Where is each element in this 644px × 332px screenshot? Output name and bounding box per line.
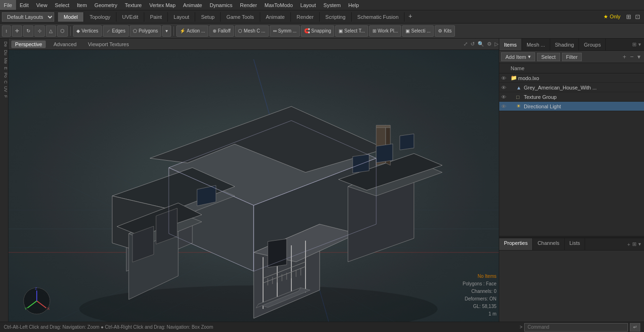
tool-select-t[interactable]: ▣ Select T... bbox=[335, 25, 368, 37]
sep-2 bbox=[173, 26, 174, 36]
viewport-tab-perspective[interactable]: Perspective bbox=[11, 40, 46, 48]
tab-setup[interactable]: Setup bbox=[195, 12, 221, 22]
menu-edit[interactable]: Edit bbox=[16, 0, 33, 10]
tool-transform[interactable]: ↕ bbox=[2, 25, 11, 37]
lower-panel-plus[interactable]: + bbox=[627, 242, 630, 247]
tool-kits[interactable]: ⚙ Kits bbox=[435, 25, 455, 37]
left-tool-de[interactable]: De bbox=[0, 40, 8, 48]
vis-icon-modo[interactable]: 👁 bbox=[501, 75, 509, 81]
tab-schematic-fusion[interactable]: Schematic Fusion bbox=[352, 12, 405, 22]
vis-icon-texture[interactable]: 👁 bbox=[501, 94, 509, 100]
tool-scale[interactable]: ⊹ bbox=[34, 25, 45, 37]
items-icon-minus[interactable]: − bbox=[628, 52, 635, 61]
menu-select[interactable]: Select bbox=[51, 0, 73, 10]
tab-uvedit[interactable]: UVEdit bbox=[116, 12, 144, 22]
left-tool-c[interactable]: C bbox=[0, 80, 8, 85]
left-tool-dup[interactable]: Du bbox=[0, 49, 8, 57]
tool-symm[interactable]: ⇔ Symm ... bbox=[270, 25, 300, 37]
panel-expand-icon[interactable]: ⊞ bbox=[632, 41, 636, 48]
viewport-icon-arrows[interactable]: ⤢ bbox=[463, 41, 468, 47]
list-item-directional-light[interactable]: 👁 ☀ Directional Light bbox=[499, 102, 644, 111]
lower-panel-menu[interactable]: ▾ bbox=[638, 241, 641, 247]
tab-render[interactable]: Render bbox=[291, 12, 320, 22]
viewport-icon-expand[interactable]: ▷ bbox=[495, 41, 498, 47]
tool-snapping[interactable]: 🧲 Snapping bbox=[301, 25, 334, 37]
mode-polygons[interactable]: ⬠ Polygons bbox=[130, 25, 161, 37]
lower-panel-expand[interactable]: ⊞ bbox=[632, 241, 636, 247]
tab-gametools[interactable]: Game Tools bbox=[221, 12, 260, 22]
star-only-button[interactable]: ★ Only bbox=[600, 14, 624, 20]
command-input[interactable] bbox=[524, 323, 628, 332]
viewport-icon-refresh[interactable]: ↺ bbox=[471, 41, 475, 47]
menu-view[interactable]: View bbox=[33, 0, 51, 10]
lower-tab-properties[interactable]: Properties bbox=[499, 238, 533, 250]
layout-icon-1[interactable]: ⊞ bbox=[624, 13, 633, 20]
panel-menu-icon[interactable]: ▾ bbox=[638, 41, 641, 48]
svg-text:Y: Y bbox=[25, 307, 27, 311]
left-tool-uv[interactable]: UV bbox=[0, 85, 8, 93]
items-select-button[interactable]: Select bbox=[537, 53, 560, 61]
menu-render[interactable]: Render bbox=[236, 0, 261, 10]
tool-move[interactable]: ✛ bbox=[12, 25, 22, 37]
left-tool-e[interactable]: E bbox=[0, 66, 8, 71]
panel-tab-mesh[interactable]: Mesh ... bbox=[522, 39, 550, 50]
tool-mesh-c[interactable]: ⬡ Mesh C ... bbox=[235, 25, 269, 37]
items-icon-menu[interactable]: ▾ bbox=[636, 52, 642, 61]
add-item-button[interactable]: Add Item ▾ bbox=[501, 52, 535, 61]
tool-selecti[interactable]: ▣ Selecti ... bbox=[402, 25, 434, 37]
tab-animate[interactable]: Animate bbox=[260, 12, 291, 22]
menu-vertexmap[interactable]: Vertex Map bbox=[146, 0, 180, 10]
menu-file[interactable]: File bbox=[0, 0, 16, 10]
menu-dynamics[interactable]: Dynamics bbox=[206, 0, 236, 10]
item-label-house: Grey_American_House_With ... bbox=[524, 85, 642, 90]
tool-snap[interactable]: ⬡ bbox=[57, 25, 68, 37]
lower-tab-lists[interactable]: Lists bbox=[565, 238, 586, 250]
panel-tab-shading[interactable]: Shading bbox=[550, 39, 579, 50]
lower-tab-channels[interactable]: Channels bbox=[533, 238, 564, 250]
menu-item[interactable]: Item bbox=[73, 0, 91, 10]
tool-work-pl[interactable]: ⊞ Work Pl... bbox=[369, 25, 401, 37]
tab-scripting[interactable]: Scripting bbox=[320, 12, 352, 22]
left-tool-f[interactable]: F bbox=[0, 94, 8, 99]
menu-animate[interactable]: Animate bbox=[179, 0, 206, 10]
layout-dropdown[interactable]: Default Layouts bbox=[2, 12, 54, 22]
tab-paint[interactable]: Paint bbox=[144, 12, 168, 22]
command-go-button[interactable]: ↵ bbox=[630, 323, 640, 332]
viewport-canvas[interactable]: No Items Polygons : Face Channels: 0 Def… bbox=[8, 50, 501, 323]
viewport-tab-textures[interactable]: Viewport Textures bbox=[84, 40, 132, 48]
list-item-modo-lxo[interactable]: 👁 📁 modo.lxo bbox=[499, 73, 644, 83]
menu-help[interactable]: Help bbox=[345, 0, 363, 10]
vis-icon-light[interactable]: 👁 bbox=[501, 104, 509, 109]
menu-geometry[interactable]: Geometry bbox=[91, 0, 121, 10]
vis-icon-house[interactable]: 👁 bbox=[501, 85, 509, 90]
left-tool-pol[interactable]: Po bbox=[0, 72, 8, 79]
menu-layout[interactable]: Layout bbox=[297, 0, 320, 10]
items-filter-button[interactable]: Filter bbox=[562, 53, 582, 61]
viewport-tab-advanced[interactable]: Advanced bbox=[50, 40, 80, 48]
tool-rotate[interactable]: ↻ bbox=[23, 25, 33, 37]
viewport-icon-search[interactable]: 🔍 bbox=[478, 41, 484, 47]
tab-topology[interactable]: Topology bbox=[84, 12, 116, 22]
tool-falloff[interactable]: ⊕ Falloff bbox=[209, 25, 234, 37]
tool-action[interactable]: ⚡ Action ... bbox=[176, 25, 208, 37]
list-item-texture-group[interactable]: 👁 □ Texture Group bbox=[499, 92, 644, 102]
sep-1 bbox=[70, 26, 71, 36]
menu-texture[interactable]: Texture bbox=[121, 0, 146, 10]
add-layout-button[interactable]: + bbox=[405, 12, 416, 22]
menu-system[interactable]: System bbox=[320, 0, 345, 10]
menu-maxtomodo[interactable]: MaxToModo bbox=[261, 0, 297, 10]
tool-select-poly[interactable]: △ bbox=[46, 25, 56, 37]
panel-tab-groups[interactable]: Groups bbox=[579, 39, 606, 50]
viewport-icon-settings[interactable]: ⚙ bbox=[487, 41, 492, 47]
mode-vertices[interactable]: ◆ Vertices bbox=[73, 25, 102, 37]
layout-icon-2[interactable]: ⊡ bbox=[633, 13, 642, 20]
list-item-grey-house[interactable]: 👁 ▲ Grey_American_House_With ... bbox=[499, 83, 644, 92]
layout-bar: Default Layouts Model Topology UVEdit Pa… bbox=[0, 10, 644, 24]
mode-edges[interactable]: ⟋ Edges bbox=[103, 25, 129, 37]
left-tool-mes[interactable]: Me bbox=[0, 57, 8, 65]
items-icon-plus[interactable]: + bbox=[621, 52, 628, 61]
tab-model[interactable]: Model bbox=[58, 12, 84, 22]
panel-tab-items[interactable]: Items bbox=[499, 39, 522, 50]
tab-layout[interactable]: Layout bbox=[168, 12, 195, 22]
tool-poly-type[interactable]: ▾ bbox=[162, 25, 171, 37]
